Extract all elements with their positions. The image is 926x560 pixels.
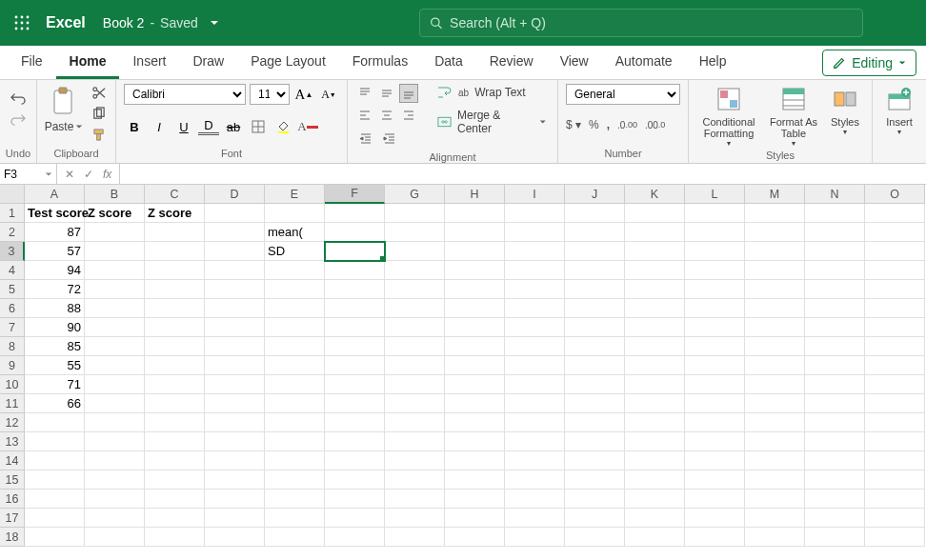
cell-I4[interactable] xyxy=(505,261,565,280)
align-middle-button[interactable] xyxy=(377,84,396,103)
cell-K18[interactable] xyxy=(625,528,685,547)
cell-B10[interactable] xyxy=(85,375,145,394)
cell-F5[interactable] xyxy=(325,280,385,299)
cell-A2[interactable]: 87 xyxy=(25,223,85,242)
cell-G11[interactable] xyxy=(385,394,445,413)
cell-O12[interactable] xyxy=(865,413,925,432)
cell-E16[interactable] xyxy=(265,490,325,509)
cell-I15[interactable] xyxy=(505,470,565,490)
borders-button[interactable] xyxy=(248,116,269,137)
cell-C1[interactable]: Z score xyxy=(145,204,205,223)
column-header-G[interactable]: G xyxy=(385,185,445,204)
cell-O14[interactable] xyxy=(865,451,925,470)
cell-M13[interactable] xyxy=(745,432,805,451)
cell-M2[interactable] xyxy=(745,223,805,242)
tab-help[interactable]: Help xyxy=(686,46,740,79)
cell-M14[interactable] xyxy=(745,451,805,470)
cell-L7[interactable] xyxy=(685,318,745,337)
cell-L1[interactable] xyxy=(685,204,745,223)
cell-K11[interactable] xyxy=(625,394,685,413)
cell-O17[interactable] xyxy=(865,509,925,528)
cell-F3[interactable] xyxy=(325,242,385,261)
copy-button[interactable] xyxy=(89,105,108,122)
insert-cells-button[interactable]: Insert▾ xyxy=(880,84,918,136)
cell-B3[interactable] xyxy=(85,242,145,261)
redo-button[interactable] xyxy=(10,112,27,126)
cell-A16[interactable] xyxy=(25,490,85,509)
row-header-2[interactable]: 2 xyxy=(0,223,25,242)
cell-G4[interactable] xyxy=(385,261,445,280)
cell-K7[interactable] xyxy=(625,318,685,337)
column-header-O[interactable]: O xyxy=(865,185,925,204)
chevron-down-icon[interactable] xyxy=(210,15,219,30)
cell-J4[interactable] xyxy=(565,261,625,280)
cell-F18[interactable] xyxy=(325,528,385,547)
cell-J10[interactable] xyxy=(565,375,625,394)
cell-G3[interactable] xyxy=(385,242,445,261)
cell-K14[interactable] xyxy=(625,451,685,470)
cell-K15[interactable] xyxy=(625,470,685,490)
cell-K5[interactable] xyxy=(625,280,685,299)
cell-L13[interactable] xyxy=(685,432,745,451)
fill-color-button[interactable] xyxy=(272,116,293,137)
cell-F12[interactable] xyxy=(325,413,385,432)
cut-button[interactable] xyxy=(89,84,108,101)
cell-D1[interactable] xyxy=(205,204,265,223)
cell-K8[interactable] xyxy=(625,337,685,356)
cell-H13[interactable] xyxy=(445,432,505,451)
cell-D3[interactable] xyxy=(205,242,265,261)
cell-M7[interactable] xyxy=(745,318,805,337)
cell-B9[interactable] xyxy=(85,356,145,375)
cell-O9[interactable] xyxy=(865,356,925,375)
cell-D12[interactable] xyxy=(205,413,265,432)
cell-J16[interactable] xyxy=(565,490,625,509)
cell-N18[interactable] xyxy=(805,528,865,547)
cell-I11[interactable] xyxy=(505,394,565,413)
cell-A18[interactable] xyxy=(25,528,85,547)
cell-E13[interactable] xyxy=(265,432,325,451)
cell-N3[interactable] xyxy=(805,242,865,261)
cell-C7[interactable] xyxy=(145,318,205,337)
cell-N6[interactable] xyxy=(805,299,865,318)
cell-L12[interactable] xyxy=(685,413,745,432)
cell-N14[interactable] xyxy=(805,451,865,470)
cell-D17[interactable] xyxy=(205,509,265,528)
cell-G10[interactable] xyxy=(385,375,445,394)
cell-H7[interactable] xyxy=(445,318,505,337)
cell-F2[interactable] xyxy=(325,223,385,242)
cell-K10[interactable] xyxy=(625,375,685,394)
cell-B14[interactable] xyxy=(85,451,145,470)
cell-G15[interactable] xyxy=(385,470,445,490)
cell-F13[interactable] xyxy=(325,432,385,451)
number-format-select[interactable]: General xyxy=(566,84,680,105)
cell-N17[interactable] xyxy=(805,509,865,528)
column-header-A[interactable]: A xyxy=(25,185,85,204)
tab-draw[interactable]: Draw xyxy=(179,46,237,79)
cell-M12[interactable] xyxy=(745,413,805,432)
cell-E1[interactable] xyxy=(265,204,325,223)
column-header-C[interactable]: C xyxy=(145,185,205,204)
cell-I8[interactable] xyxy=(505,337,565,356)
cell-F16[interactable] xyxy=(325,490,385,509)
cell-O4[interactable] xyxy=(865,261,925,280)
cell-A3[interactable]: 57 xyxy=(25,242,85,261)
cell-E7[interactable] xyxy=(265,318,325,337)
cell-I14[interactable] xyxy=(505,451,565,470)
cell-N1[interactable] xyxy=(805,204,865,223)
cell-D18[interactable] xyxy=(205,528,265,547)
undo-button[interactable] xyxy=(10,91,27,105)
column-header-I[interactable]: I xyxy=(505,185,565,204)
cell-K4[interactable] xyxy=(625,261,685,280)
cell-D14[interactable] xyxy=(205,451,265,470)
cell-B8[interactable] xyxy=(85,337,145,356)
row-header-3[interactable]: 3 xyxy=(0,242,25,261)
cell-F6[interactable] xyxy=(325,299,385,318)
cell-G8[interactable] xyxy=(385,337,445,356)
cell-O8[interactable] xyxy=(865,337,925,356)
align-center-button[interactable] xyxy=(377,106,396,125)
percent-button[interactable]: % xyxy=(589,118,599,131)
cell-N16[interactable] xyxy=(805,490,865,509)
cell-H9[interactable] xyxy=(445,356,505,375)
cell-A12[interactable] xyxy=(25,413,85,432)
cell-G2[interactable] xyxy=(385,223,445,242)
